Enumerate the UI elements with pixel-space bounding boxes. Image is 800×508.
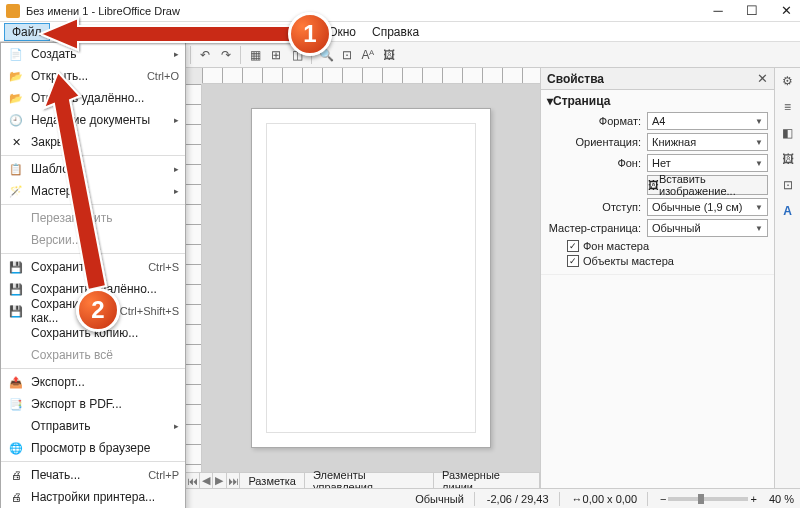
close-button[interactable]: ✕ — [778, 3, 794, 18]
menu-item-wizards[interactable]: 🪄Мастера▸ — [1, 180, 185, 202]
tab-controls[interactable]: Элементы управления — [305, 473, 434, 488]
menu-item-export-pdf[interactable]: 📑Экспорт в PDF... — [1, 393, 185, 415]
menu-item-recent[interactable]: 🕘Недавние документы▸ — [1, 109, 185, 131]
menu-item-templates[interactable]: 📋Шаблоны▸ — [1, 158, 185, 180]
titlebar: Без имени 1 - LibreOffice Draw ─ ☐ ✕ — [0, 0, 800, 22]
sidebar-gallery-icon[interactable]: 🖼 — [779, 150, 797, 168]
properties-close-icon[interactable]: ✕ — [757, 71, 768, 86]
indent-label: Отступ: — [547, 201, 647, 213]
tb-undo-icon[interactable]: ↶ — [196, 46, 214, 64]
menu-tools[interactable]: Сервис — [263, 23, 320, 41]
tb-zoom-icon[interactable]: 🔍 — [317, 46, 335, 64]
insert-image-button[interactable]: 🖼 Вставить изображение... — [647, 175, 768, 195]
sidebar-tabbar: ⚙ ≡ ◧ 🖼 ⊡ A — [774, 68, 800, 488]
tab-dims[interactable]: Размерные линии — [434, 473, 540, 488]
drawing-canvas[interactable] — [202, 84, 540, 472]
tab-scroll-prev[interactable]: ◀ — [200, 473, 214, 488]
menu-help[interactable]: Справка — [364, 23, 427, 41]
sidebar-navigator-icon[interactable]: ⊡ — [779, 176, 797, 194]
tab-scroll-next[interactable]: ▶ — [213, 473, 227, 488]
background-select[interactable]: Нет▼ — [647, 154, 768, 172]
background-label: Фон: — [547, 157, 647, 169]
ruler-horizontal[interactable] — [202, 68, 540, 84]
menu-item-printer-settings[interactable]: 🖨Настройки принтера... — [1, 486, 185, 508]
tab-scroll-first[interactable]: ⏮ — [186, 473, 200, 488]
menu-format[interactable]: Формат — [204, 23, 263, 41]
menu-item-save-copy[interactable]: Сохранить копию... — [1, 322, 185, 344]
status-zoom[interactable]: 40 % — [769, 493, 794, 505]
properties-panel: Свойства ✕ ▾ Страница Формат: A4▼ Ориент… — [540, 68, 774, 488]
page-margins — [266, 123, 476, 433]
properties-title: Свойства — [547, 72, 757, 86]
menu-item-close[interactable]: ✕Закрыть — [1, 131, 185, 153]
sidebar-styles-icon[interactable]: A — [779, 202, 797, 220]
menu-item-create[interactable]: 📄Создать▸ — [1, 43, 185, 65]
menu-item-print[interactable]: 🖨Печать...Ctrl+P — [1, 464, 185, 486]
checkbox-master-obj[interactable]: ✓Объекты мастера — [567, 255, 768, 267]
menu-item-reload: Перезагрузить — [1, 207, 185, 229]
menu-edit[interactable]: Правка — [50, 23, 107, 41]
menu-item-save-as[interactable]: 💾Сохранить как...Ctrl+Shift+S — [1, 300, 185, 322]
tb-guides-icon[interactable]: ◫ — [288, 46, 306, 64]
section-page[interactable]: ▾ Страница — [547, 94, 768, 108]
tb-snap-icon[interactable]: ⊞ — [267, 46, 285, 64]
menu-view[interactable]: Вид — [106, 23, 144, 41]
file-menu-dropdown: 📄Создать▸ 📂Открыть...Ctrl+O 📂Открыть уда… — [0, 42, 186, 508]
orientation-label: Ориентация: — [547, 136, 647, 148]
sidebar-shapes-icon[interactable]: ◧ — [779, 124, 797, 142]
maximize-button[interactable]: ☐ — [744, 3, 760, 18]
tab-layout[interactable]: Разметка — [240, 473, 305, 488]
menu-file[interactable]: Файл — [4, 23, 50, 41]
zoom-slider[interactable]: −+ — [660, 493, 757, 505]
menu-item-export[interactable]: 📤Экспорт... — [1, 371, 185, 393]
page[interactable] — [251, 108, 491, 448]
menu-item-browser-preview[interactable]: 🌐Просмотр в браузере — [1, 437, 185, 459]
ruler-vertical[interactable] — [186, 84, 202, 472]
menubar: Файл Правка Вид Вставка Формат Сервис Ок… — [0, 22, 800, 42]
tb-styles-icon[interactable]: Aᴬ — [359, 46, 377, 64]
menu-item-save-all: Сохранить всё — [1, 344, 185, 366]
master-select[interactable]: Обычный▼ — [647, 219, 768, 237]
tab-scroll-last[interactable]: ⏭ — [227, 473, 241, 488]
indent-select[interactable]: Обычные (1,9 см)▼ — [647, 198, 768, 216]
tb-gallery-icon[interactable]: 🖼 — [380, 46, 398, 64]
menu-item-open[interactable]: 📂Открыть...Ctrl+O — [1, 65, 185, 87]
menu-window[interactable]: Окно — [320, 23, 364, 41]
checkbox-master-bg[interactable]: ✓Фон мастера — [567, 240, 768, 252]
canvas-area — [186, 68, 540, 472]
menu-insert[interactable]: Вставка — [144, 23, 205, 41]
menu-item-save[interactable]: 💾СохранитьCtrl+S — [1, 256, 185, 278]
menu-item-versions: Версии... — [1, 229, 185, 251]
minimize-button[interactable]: ─ — [710, 3, 726, 18]
app-icon — [6, 4, 20, 18]
master-label: Мастер-страница: — [547, 222, 647, 234]
status-size: ↔ 0,00 x 0,00 — [572, 492, 648, 506]
tb-grid-icon[interactable]: ▦ — [246, 46, 264, 64]
window-title: Без имени 1 - LibreOffice Draw — [26, 5, 710, 17]
sidebar-properties-icon[interactable]: ≡ — [779, 98, 797, 116]
layer-tabs: ⏮ ◀ ▶ ⏭ Разметка Элементы управления Раз… — [186, 472, 540, 488]
menu-item-send[interactable]: Отправить▸ — [1, 415, 185, 437]
tb-redo-icon[interactable]: ↷ — [217, 46, 235, 64]
format-label: Формат: — [547, 115, 647, 127]
orientation-select[interactable]: Книжная▼ — [647, 133, 768, 151]
tb-navigator-icon[interactable]: ⊡ — [338, 46, 356, 64]
menu-item-open-remote[interactable]: 📂Открыть удалённо... — [1, 87, 185, 109]
format-select[interactable]: A4▼ — [647, 112, 768, 130]
sidebar-settings-icon[interactable]: ⚙ — [779, 72, 797, 90]
status-layout: Обычный — [415, 492, 475, 506]
status-coords: -2,06 / 29,43 — [487, 492, 560, 506]
